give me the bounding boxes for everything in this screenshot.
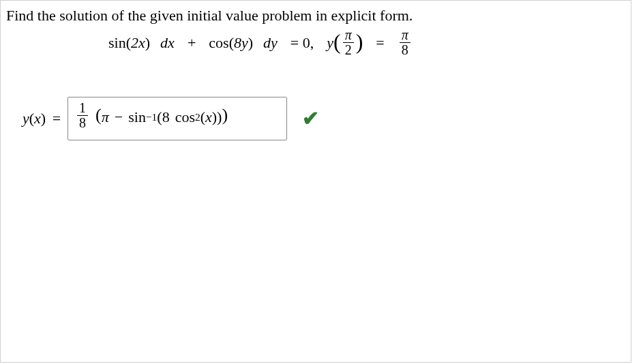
eq-dx: dx: [160, 33, 175, 50]
eq-sin: sin: [108, 33, 126, 50]
eq-equals-zero: = 0,: [290, 33, 314, 50]
eq-cos: cos: [209, 33, 228, 50]
problem-panel: Find the solution of the given initial v…: [0, 0, 631, 363]
eq-init-x-frac: π 2: [343, 28, 354, 57]
page-root: Find the solution of the given initial v…: [0, 0, 641, 364]
eq-sin-arg: 2x: [131, 33, 145, 50]
answer-lhs: y(x) =: [23, 110, 63, 127]
problem-equation: sin(2x) dx + cos(8y) dy = 0, y( π 2 ) = …: [108, 29, 625, 59]
answer-close-paren: ): [222, 108, 228, 123]
answer-sin: sin: [128, 108, 146, 126]
answer-inner-x-open: (: [200, 108, 205, 126]
answer-row: y(x) = 1 8 ( π − sin−1(8cos2(x)) ) ✔: [23, 97, 625, 140]
problem-prompt: Find the solution of the given initial v…: [6, 6, 625, 25]
answer-eight: 8: [162, 108, 170, 126]
eq-cos-arg: 8y: [234, 33, 248, 50]
eq-plus: +: [188, 33, 196, 50]
answer-inner-x-close: ): [212, 108, 217, 126]
answer-inner-x: x: [205, 108, 212, 126]
answer-minus: −: [115, 108, 123, 126]
answer-open-paren: (: [95, 108, 102, 123]
answer-inner-open: (: [157, 108, 162, 126]
answer-frac: 1 8: [77, 101, 88, 130]
eq-init-y: y: [327, 33, 333, 50]
eq-equals: =: [376, 33, 384, 50]
eq-dy: dy: [263, 33, 278, 50]
eq-rhs-frac: π 8: [400, 28, 411, 57]
answer-input[interactable]: 1 8 ( π − sin−1(8cos2(x)) ): [68, 97, 287, 140]
answer-pi: π: [102, 108, 109, 126]
correct-check-icon: ✔: [302, 106, 319, 130]
answer-inner-close: ): [217, 108, 222, 126]
answer-cos: cos: [175, 108, 195, 126]
